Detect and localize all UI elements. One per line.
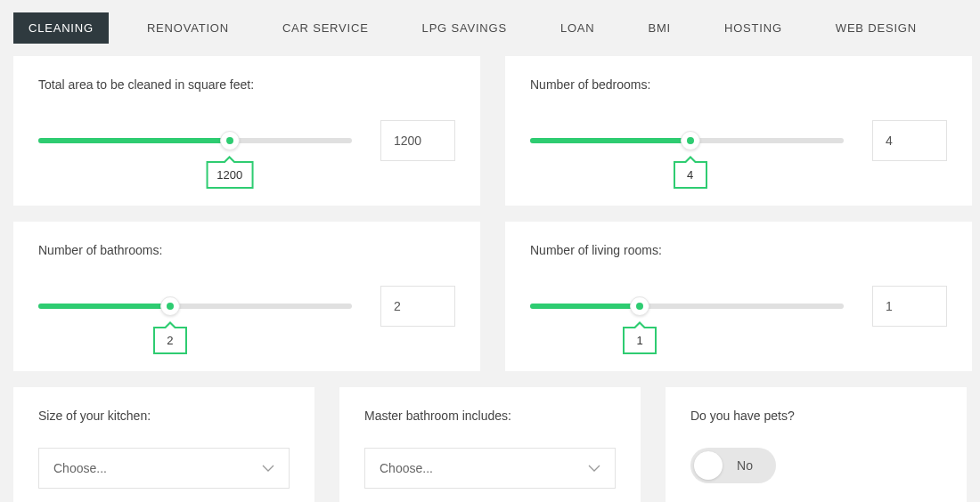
tab-renovation[interactable]: RENOVATION (132, 12, 244, 44)
toggle-pets-value: No (737, 458, 753, 473)
card-master-bath: Master bathroom includes: Choose... (339, 387, 641, 502)
input-area[interactable] (380, 120, 455, 161)
select-master-bath-value: Choose... (380, 461, 433, 475)
card-bathrooms: Number of bathrooms: 2 (13, 222, 480, 371)
tab-car-service[interactable]: CAR SERVICE (267, 12, 384, 44)
slider-area[interactable]: 1200 (38, 138, 352, 143)
tab-lpg-savings[interactable]: LPG SAVINGS (407, 12, 522, 44)
slider-bedrooms-handle[interactable] (681, 131, 700, 150)
card-area: Total area to be cleaned in square feet:… (13, 56, 480, 206)
slider-living-handle[interactable] (630, 296, 649, 316)
card-living: Number of living rooms: 1 (505, 222, 972, 371)
slider-bathrooms-fill (38, 304, 170, 309)
slider-living-fill (530, 304, 640, 309)
input-bedrooms[interactable] (872, 120, 947, 161)
label-bathrooms: Number of bathrooms: (38, 243, 455, 257)
tab-hosting[interactable]: HOSTING (709, 12, 797, 44)
label-kitchen: Size of your kitchen: (38, 409, 290, 423)
toggle-pets-knob (694, 451, 723, 480)
slider-area-fill (38, 138, 230, 143)
card-pets: Do you have pets? No (666, 387, 967, 502)
card-bedrooms: Number of bedrooms: 4 (505, 56, 972, 206)
tab-loan[interactable]: LOAN (545, 12, 610, 44)
tab-web-design[interactable]: WEB DESIGN (821, 12, 932, 44)
select-kitchen[interactable]: Choose... (38, 448, 290, 489)
slider-bathrooms-handle[interactable] (160, 296, 180, 316)
label-living: Number of living rooms: (530, 243, 947, 257)
label-pets: Do you have pets? (690, 409, 942, 423)
tab-bmi[interactable]: BMI (633, 12, 686, 44)
slider-bathrooms-tooltip: 2 (153, 327, 187, 354)
select-master-bath[interactable]: Choose... (364, 448, 616, 489)
select-kitchen-value: Choose... (53, 461, 107, 475)
chevron-down-icon (588, 462, 600, 474)
tab-cleaning[interactable]: CLEANING (13, 12, 109, 44)
slider-living-tooltip: 1 (623, 327, 657, 354)
input-bathrooms[interactable] (380, 286, 455, 327)
card-kitchen: Size of your kitchen: Choose... (13, 387, 314, 502)
chevron-down-icon (262, 462, 274, 474)
label-bedrooms: Number of bedrooms: (530, 77, 947, 92)
label-area: Total area to be cleaned in square feet: (38, 77, 455, 92)
slider-bathrooms[interactable]: 2 (38, 304, 352, 309)
label-master-bath: Master bathroom includes: (364, 409, 616, 423)
slider-bedrooms-fill (530, 138, 690, 143)
tab-bar: CLEANING RENOVATION CAR SERVICE LPG SAVI… (0, 0, 980, 56)
slider-area-tooltip: 1200 (206, 161, 253, 189)
slider-area-handle[interactable] (220, 131, 240, 150)
input-living[interactable] (872, 286, 947, 327)
slider-living[interactable]: 1 (530, 304, 844, 309)
slider-bedrooms-tooltip: 4 (674, 161, 707, 189)
slider-bedrooms[interactable]: 4 (530, 138, 844, 143)
toggle-pets[interactable]: No (690, 448, 776, 483)
